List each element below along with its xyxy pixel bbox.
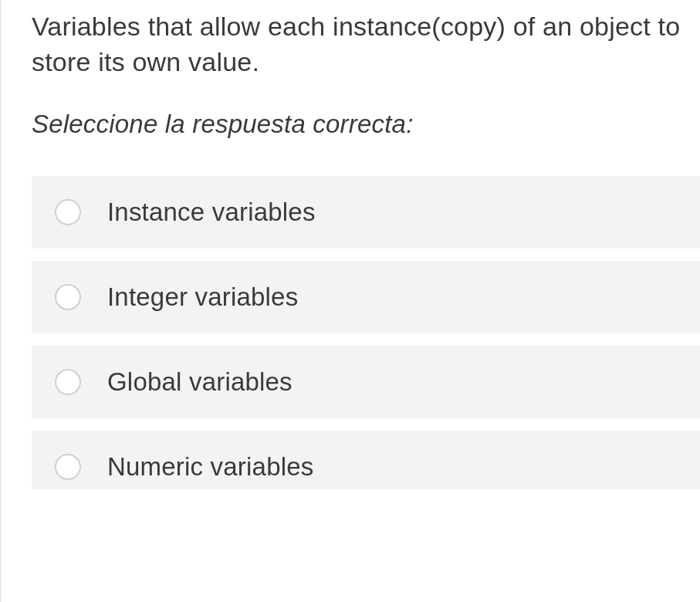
radio-icon [55,369,81,395]
question-container: Variables that allow each instance(copy)… [1,0,700,489]
radio-icon [55,199,81,225]
option-instance-variables[interactable]: Instance variables [32,176,700,249]
option-label: Integer variables [107,282,298,312]
radio-icon [55,284,81,310]
option-label: Global variables [107,367,293,397]
option-global-variables[interactable]: Global variables [32,346,700,418]
radio-icon [55,454,81,480]
option-numeric-variables[interactable]: Numeric variables [32,431,700,489]
option-label: Instance variables [107,198,316,227]
question-instruction: Seleccione la respuesta correcta: [32,110,700,139]
option-label: Numeric variables [107,452,313,482]
option-integer-variables[interactable]: Integer variables [32,261,700,333]
question-text: Variables that allow each instance(copy)… [32,9,700,80]
